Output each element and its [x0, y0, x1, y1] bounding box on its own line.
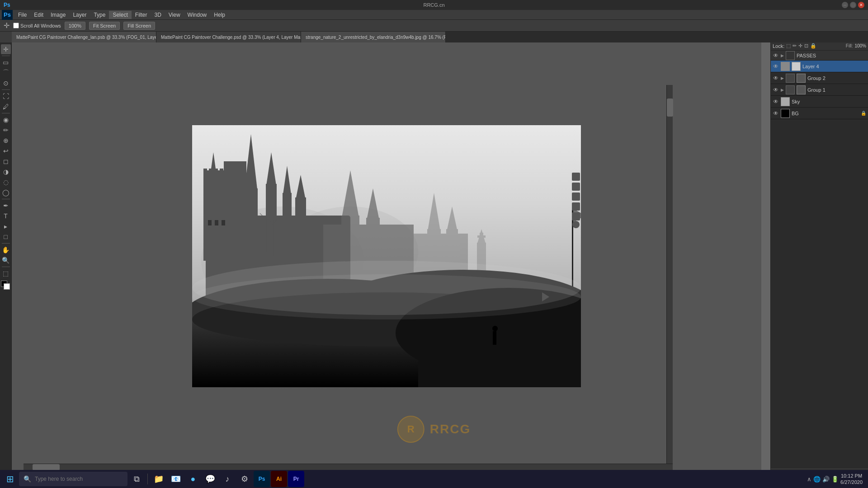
- rectangle-shape-tool[interactable]: □: [1, 232, 11, 242]
- taskbar-illustrator[interactable]: Ai: [271, 471, 287, 487]
- menu-3d[interactable]: 3D: [151, 11, 165, 19]
- taskbar-search-box[interactable]: 🔍: [19, 472, 127, 486]
- menu-image[interactable]: Image: [47, 11, 69, 19]
- taskbar-photoshop[interactable]: Ps: [254, 471, 270, 487]
- zoom-level-btn[interactable]: 100%: [65, 22, 85, 30]
- taskbar-chrome[interactable]: ●: [185, 471, 201, 487]
- bg-row[interactable]: 👁 BG 🔒: [771, 108, 868, 119]
- clone-stamp-tool[interactable]: ⊕: [1, 136, 11, 145]
- menu-layer[interactable]: Layer: [69, 11, 90, 19]
- vertical-scrollbar[interactable]: [666, 85, 673, 470]
- battery-icon[interactable]: 🔋: [831, 476, 839, 483]
- windows-start-button[interactable]: ⊞: [2, 471, 18, 487]
- fit-screen-btn[interactable]: Fit Screen: [89, 22, 120, 30]
- system-clock[interactable]: 10:12 PM 6/27/2020: [840, 473, 863, 486]
- minimize-button[interactable]: ─: [842, 2, 848, 8]
- layer4-name: Layer 4: [802, 64, 866, 69]
- group2-visibility[interactable]: 👁: [773, 75, 779, 81]
- close-button[interactable]: ✕: [858, 2, 864, 8]
- lock-position-icon[interactable]: ✛: [798, 43, 802, 49]
- v-scroll-thumb[interactable]: [667, 99, 673, 117]
- lasso-tool[interactable]: ⌒: [1, 68, 11, 78]
- taskbar-file-explorer[interactable]: 📁: [151, 471, 167, 487]
- group1-expand[interactable]: ▶: [781, 88, 784, 92]
- tab-bar: MattePaint CG Paintover Challenge_lan.ps…: [12, 32, 868, 42]
- move-tool[interactable]: ✛: [1, 44, 11, 54]
- layer4-mask-thumb: [792, 62, 801, 71]
- lock-transparent-icon[interactable]: ⬚: [786, 43, 791, 49]
- passes-layer-name: PASSES: [797, 53, 866, 58]
- menu-window[interactable]: Window: [184, 11, 211, 19]
- taskbar-search-input[interactable]: [35, 476, 107, 482]
- foreground-bg-colors[interactable]: [1, 281, 11, 291]
- taskbar-settings[interactable]: ⚙: [236, 471, 253, 487]
- menu-bar: Ps File Edit Image Layer Type Select Fil…: [0, 10, 868, 20]
- tab-1[interactable]: MattePaint CG Paintover Challenge.psd @ …: [156, 32, 301, 42]
- taskbar-premiere[interactable]: Pr: [288, 471, 304, 487]
- maximize-button[interactable]: □: [850, 2, 856, 8]
- passes-expand-arrow[interactable]: ▶: [781, 53, 784, 58]
- rectangular-marquee-tool[interactable]: ▭: [1, 57, 11, 67]
- sky-row[interactable]: 👁 Sky: [771, 96, 868, 108]
- task-view-button[interactable]: ⧉: [128, 471, 145, 487]
- background-color[interactable]: [4, 283, 10, 290]
- tab-2[interactable]: strange_nature_2_unrestricted_by_elandri…: [301, 32, 446, 42]
- eraser-tool[interactable]: ◻: [1, 156, 11, 166]
- group1-row[interactable]: 👁 ▶ Group 1: [771, 84, 868, 96]
- pen-tool[interactable]: ✒: [1, 201, 11, 211]
- menu-view[interactable]: View: [165, 11, 184, 19]
- svg-rect-57: [560, 310, 563, 325]
- horizontal-scrollbar[interactable]: [24, 464, 673, 470]
- layer-4-row[interactable]: 👁 Layer 4: [771, 61, 868, 72]
- toolbar-sep-5: [2, 243, 10, 244]
- quick-select-tool[interactable]: ⊙: [1, 78, 11, 88]
- layer-list: 👁 ▶ PASSES 👁 Layer 4 👁 ▶ Group 2 👁 ▶ Gr: [771, 51, 868, 467]
- canvas-wrapper[interactable]: [12, 42, 761, 470]
- crop-tool[interactable]: ⛶: [1, 91, 11, 101]
- frame-tool[interactable]: ⬚: [1, 268, 11, 278]
- spot-healing-brush[interactable]: ◉: [1, 115, 11, 125]
- menu-type[interactable]: Type: [90, 11, 109, 19]
- lock-paint-icon[interactable]: ✏: [793, 43, 797, 49]
- menu-file[interactable]: File: [14, 11, 30, 19]
- svg-point-76: [572, 221, 580, 228]
- passes-visibility[interactable]: 👁: [773, 52, 779, 59]
- lock-artboard-icon[interactable]: ⊡: [804, 43, 808, 49]
- system-chevron-icon[interactable]: ∧: [807, 476, 811, 483]
- fill-screen-btn[interactable]: Fill Screen: [123, 22, 155, 30]
- brush-tool[interactable]: ✏: [1, 125, 11, 135]
- dodge-tool[interactable]: ◯: [1, 188, 11, 197]
- layer4-visibility[interactable]: 👁: [773, 63, 779, 70]
- scroll-all-checkbox[interactable]: [13, 23, 19, 28]
- group1-visibility[interactable]: 👁: [773, 87, 779, 93]
- blur-tool[interactable]: ◌: [1, 177, 11, 187]
- bg-visibility[interactable]: 👁: [773, 110, 779, 117]
- hand-tool[interactable]: ✋: [1, 245, 11, 255]
- menu-select[interactable]: Select: [109, 11, 131, 19]
- group2-expand[interactable]: ▶: [781, 76, 784, 80]
- zoom-tool[interactable]: 🔍: [1, 255, 11, 265]
- lock-label: Lock:: [773, 43, 784, 49]
- group2-row[interactable]: 👁 ▶ Group 2: [771, 72, 868, 84]
- menu-edit[interactable]: Edit: [30, 11, 47, 19]
- h-scroll-thumb[interactable]: [33, 464, 60, 470]
- path-select-tool[interactable]: ▸: [1, 221, 11, 231]
- eyedropper-tool[interactable]: 🖊: [1, 102, 11, 112]
- svg-rect-18: [222, 220, 225, 225]
- menu-help[interactable]: Help: [210, 11, 229, 19]
- taskbar-chat[interactable]: 💬: [202, 471, 218, 487]
- layer-group-passes[interactable]: 👁 ▶ PASSES: [771, 51, 868, 61]
- lock-all-icon[interactable]: 🔒: [810, 43, 816, 49]
- tab-0[interactable]: MattePaint CG Paintover Challenge_lan.ps…: [12, 32, 156, 42]
- group1-name: Group 1: [807, 87, 866, 93]
- type-tool[interactable]: T: [1, 211, 11, 221]
- sky-visibility[interactable]: 👁: [773, 99, 779, 105]
- taskbar-music[interactable]: ♪: [219, 471, 236, 487]
- history-brush-tool[interactable]: ↩: [1, 146, 11, 156]
- menu-filter[interactable]: Filter: [132, 11, 151, 19]
- svg-rect-17: [215, 220, 218, 225]
- gradient-tool[interactable]: ◑: [1, 167, 11, 177]
- taskbar-mail[interactable]: 📧: [168, 471, 184, 487]
- network-icon[interactable]: 🌐: [813, 476, 821, 483]
- volume-icon[interactable]: 🔊: [822, 476, 830, 483]
